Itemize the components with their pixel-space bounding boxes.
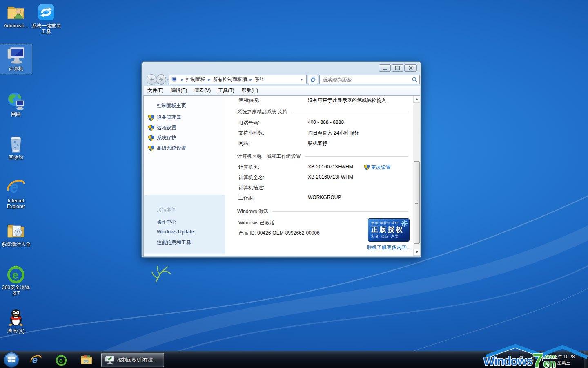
scroll-down-button[interactable] — [413, 249, 420, 256]
sidebar-item-advanced-system-settings[interactable]: 高级系统设置 — [148, 145, 186, 152]
volume-icon[interactable] — [528, 357, 534, 361]
show-desktop-button[interactable] — [584, 351, 588, 368]
address-bar: ▼ ▶ 控制面板 ▶ 所有控制面板项 ▶ 系统 ▼ — [142, 73, 421, 85]
desktop-icon-360-browser[interactable]: e 360安全浏览器7 — [0, 264, 32, 296]
desktop-icon-system-activation[interactable]: 系统激活大全 — [0, 221, 32, 247]
pen-touch-row: 笔和触摸: 没有可用于此显示器的笔或触控输入 — [228, 97, 414, 103]
uac-shield-icon — [148, 145, 154, 152]
window-client-area: 控制面板主页 设备管理器 — [143, 95, 420, 256]
menu-view[interactable]: 查看(V) — [191, 87, 214, 94]
sidebar-item-control-panel-home[interactable]: 控制面板主页 — [157, 102, 186, 109]
search-input[interactable] — [320, 77, 410, 83]
product-id-value: 产品 ID: 00426-OEM-8992662-00006 — [238, 230, 320, 237]
360-browser-icon: e — [6, 264, 26, 284]
online-support-link[interactable]: 联机支持 — [308, 140, 327, 147]
svg-text:e: e — [12, 269, 18, 281]
change-settings-link[interactable]: 更改设置 — [371, 164, 391, 171]
back-button[interactable] — [147, 74, 157, 85]
computer-name-value: XB-20160713FWHM — [308, 164, 353, 170]
section-rule — [292, 112, 409, 112]
taskbar-task-control-panel[interactable]: 控制面板\所有控... — [101, 353, 164, 367]
sidebar-item-windows-update[interactable]: Windows Update — [157, 229, 194, 235]
scrollbar-thumb[interactable] — [414, 161, 420, 244]
refresh-icon — [310, 77, 316, 83]
icon-label: 系统激活大全 — [0, 241, 32, 247]
menu-help[interactable]: 帮助(H) — [238, 87, 262, 94]
maximize-button[interactable] — [392, 64, 403, 72]
action-center-flag-icon[interactable] — [519, 356, 524, 362]
activation-section-title: Windows 激活 — [237, 208, 268, 215]
change-settings[interactable]: 更改设置 — [364, 164, 391, 171]
sidebar: 控制面板主页 设备管理器 — [144, 96, 225, 256]
crumb-all-items[interactable]: 所有控制面板项 — [213, 76, 247, 83]
menu-tools[interactable]: 工具(T) — [214, 87, 238, 94]
sidebar-item-label: 设备管理器 — [157, 114, 181, 121]
taskbar-explorer-folder[interactable] — [80, 353, 93, 366]
sidebar-item-action-center[interactable]: 操作中心 — [157, 219, 176, 226]
search-icon[interactable] — [410, 77, 419, 82]
computer-section-title: 计算机名称、域和工作组设置 — [237, 153, 301, 160]
menu-edit[interactable]: 编辑(E) — [167, 87, 191, 94]
task-button-label: 控制面板\所有控... — [117, 357, 157, 364]
full-name-label: 计算机全名: — [238, 174, 264, 181]
see-also-title: 另请参阅 — [157, 206, 176, 213]
taskbar: e e — [0, 351, 588, 368]
system-tray — [510, 356, 544, 362]
desktop-icon-recycle-bin[interactable]: 回收站 — [0, 134, 32, 160]
vertical-scrollbar[interactable] — [413, 96, 420, 256]
crumb-arrow-icon: ▶ — [247, 78, 254, 81]
computer-icon — [6, 45, 26, 65]
computer-name-row: 计算机名: XB-20160713FWHM 更改设置 — [228, 164, 414, 171]
menu-file[interactable]: 文件(F) — [144, 87, 167, 94]
crumb-arrow-icon: ▶ — [205, 78, 213, 81]
support-section-header: 系统之家精品系统 支持 — [237, 108, 409, 115]
uac-shield-icon — [148, 125, 154, 131]
close-button[interactable] — [404, 64, 417, 72]
workgroup-row: 工作组: WORKGROUP — [228, 195, 414, 201]
desktop-icon-system-reinstall-tool[interactable]: 系统一键重装工具 — [30, 2, 62, 34]
desktop-icon-administrator[interactable]: Administr... — [0, 2, 32, 29]
desktop-icon-tencent-qq[interactable]: 腾讯QQ — [0, 307, 32, 334]
system-control-panel-window: ▼ ▶ 控制面板 ▶ 所有控制面板项 ▶ 系统 ▼ — [141, 61, 421, 258]
sidebar-item-system-protection[interactable]: 系统保护 — [148, 135, 176, 141]
sidebar-item-remote-settings[interactable]: 远程设置 — [148, 124, 176, 131]
crumb-control-panel[interactable]: 控制面板 — [186, 76, 205, 83]
desktop-icon-network[interactable]: 网络 — [0, 91, 32, 117]
taskbar-internet-explorer[interactable]: e — [29, 353, 42, 366]
badge-star-icon — [401, 220, 408, 227]
internet-explorer-icon: e — [30, 354, 42, 366]
menu-bar: 文件(F) 编辑(E) 查看(V) 工具(T) 帮助(H) — [143, 86, 420, 95]
phone-row: 电话号码: 400 - 888 - 8888 — [228, 119, 414, 126]
up-arrow-icon — [415, 98, 419, 100]
sidebar-item-label: 远程设置 — [157, 124, 176, 131]
learn-more-online-link[interactable]: 联机了解更多内容... — [367, 244, 410, 251]
desktop-icon-computer[interactable]: 计算机 — [0, 44, 32, 74]
recycle-bin-icon — [6, 134, 26, 154]
minimize-button[interactable] — [379, 64, 391, 72]
start-button[interactable] — [3, 352, 20, 368]
network-icon[interactable] — [538, 357, 544, 361]
website-row: 网站: 联机支持 — [228, 140, 414, 146]
desktop-icon-internet-explorer[interactable]: e Internet Explorer — [0, 177, 32, 209]
pen-touch-label: 笔和触摸: — [238, 97, 259, 104]
forward-button[interactable] — [156, 74, 166, 85]
search-box — [319, 75, 420, 84]
icon-label: 网络 — [0, 111, 32, 117]
section-rule — [272, 211, 409, 212]
sidebar-item-device-manager[interactable]: 设备管理器 — [148, 114, 181, 121]
sidebar-item-performance-tools[interactable]: 性能信息和工具 — [157, 239, 191, 246]
hours-label: 支持小时数: — [238, 130, 264, 137]
refresh-button[interactable] — [308, 75, 318, 84]
tray-expand-icon[interactable] — [510, 357, 514, 361]
icon-label: 360安全浏览器7 — [0, 285, 32, 296]
activation-section-header: Windows 激活 — [237, 208, 409, 215]
address-dropdown-icon[interactable]: ▼ — [300, 78, 306, 81]
genuine-microsoft-badge[interactable]: 使用 微软® 软件 正版授权 安全 稳定 声誉 — [368, 218, 410, 242]
scroll-up-button[interactable] — [413, 96, 420, 103]
taskbar-clock[interactable]: 上午 10:28 星期三 — [546, 354, 581, 366]
taskbar-360-browser[interactable]: e — [55, 353, 68, 366]
system-info-pane: 笔和触摸: 没有可用于此显示器的笔或触控输入 系统之家精品系统 支持 电话号码:… — [228, 96, 414, 256]
computer-section-header: 计算机名称、域和工作组设置 — [237, 153, 409, 160]
computer-name-label: 计算机名: — [238, 164, 259, 171]
crumb-system[interactable]: 系统 — [254, 76, 264, 83]
